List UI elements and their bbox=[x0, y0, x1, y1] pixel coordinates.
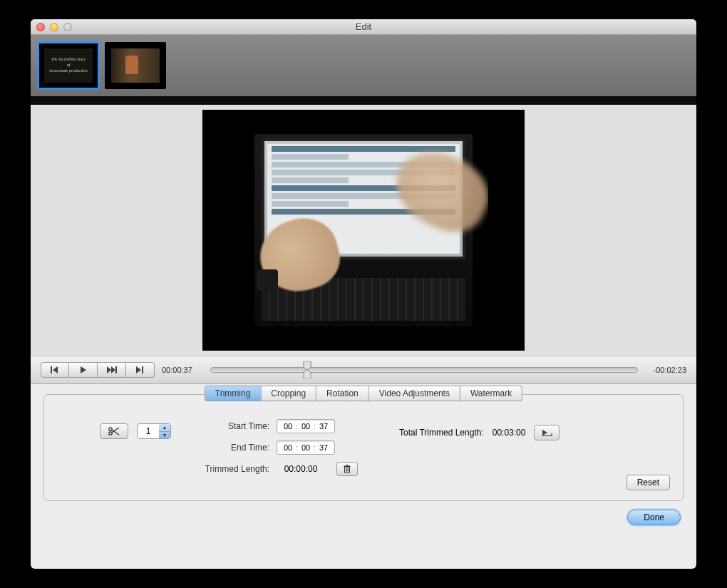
clip-thumbnail-1[interactable]: The incredible storyofhomemade productio… bbox=[38, 42, 99, 89]
window-title: Edit bbox=[31, 21, 696, 32]
zoom-button[interactable] bbox=[63, 23, 72, 31]
tab-panel: Trimming Cropping Rotation Video Adjustm… bbox=[43, 394, 684, 501]
tab-cropping[interactable]: Cropping bbox=[261, 386, 316, 401]
timeline-slider[interactable] bbox=[210, 367, 638, 373]
play-trimmed-button[interactable] bbox=[534, 425, 560, 440]
trimming-content: 1 ▲ ▼ Start Time: 00: 00: 37 bbox=[57, 408, 670, 476]
svg-rect-5 bbox=[115, 366, 117, 373]
trim-segment-controls: 1 ▲ ▼ bbox=[100, 423, 171, 439]
end-time-input[interactable]: 00: 00: 37 bbox=[277, 440, 335, 455]
scissors-icon bbox=[108, 427, 120, 435]
svg-marker-4 bbox=[111, 366, 115, 373]
current-time: 00:00:37 bbox=[162, 366, 203, 374]
tabs-row: Trimming Cropping Rotation Video Adjustm… bbox=[205, 386, 522, 401]
svg-marker-1 bbox=[53, 366, 58, 373]
next-clip-button[interactable] bbox=[126, 362, 155, 378]
tab-watermark[interactable]: Watermark bbox=[460, 386, 522, 401]
clip-thumbnail-2[interactable] bbox=[105, 42, 166, 89]
edit-window: Edit The incredible storyofhomemade prod… bbox=[31, 19, 696, 569]
tab-rotation[interactable]: Rotation bbox=[316, 386, 369, 401]
segment-stepper[interactable]: 1 ▲ ▼ bbox=[137, 423, 171, 439]
svg-marker-2 bbox=[81, 366, 86, 373]
trimmed-length-value: 00:00:00 bbox=[277, 464, 325, 474]
edit-tabs-container: Trimming Cropping Rotation Video Adjustm… bbox=[31, 384, 696, 504]
play-range-icon bbox=[541, 429, 552, 436]
separator bbox=[31, 96, 696, 105]
svg-rect-0 bbox=[51, 366, 52, 373]
trimmed-length-label: Trimmed Length: bbox=[191, 464, 269, 474]
svg-rect-16 bbox=[346, 465, 349, 466]
svg-marker-6 bbox=[136, 366, 141, 373]
trim-total-row: Total Trimmed Length: 00:03:00 bbox=[399, 425, 560, 440]
video-preview-area bbox=[31, 105, 696, 356]
start-time-input[interactable]: 00: 00: 37 bbox=[277, 419, 335, 433]
playback-controls: 00:00:37 -00:02:23 bbox=[31, 356, 696, 384]
minimize-button[interactable] bbox=[50, 23, 58, 31]
reset-button[interactable]: Reset bbox=[627, 475, 670, 490]
titlebar[interactable]: Edit bbox=[31, 19, 696, 35]
tab-trimming[interactable]: Trimming bbox=[205, 386, 262, 401]
end-time-label: End Time: bbox=[191, 443, 269, 453]
close-button[interactable] bbox=[36, 23, 45, 31]
delete-segment-button[interactable] bbox=[336, 462, 358, 476]
stepper-up[interactable]: ▲ bbox=[159, 424, 170, 432]
play-button[interactable] bbox=[69, 362, 98, 378]
clip-thumbnail-bar: The incredible storyofhomemade productio… bbox=[31, 35, 696, 96]
cut-button[interactable] bbox=[100, 423, 128, 439]
total-trimmed-value: 00:03:00 bbox=[493, 428, 526, 438]
svg-rect-15 bbox=[344, 466, 351, 468]
tab-video-adjustments[interactable]: Video Adjustments bbox=[369, 386, 460, 401]
start-time-label: Start Time: bbox=[191, 421, 269, 431]
svg-marker-3 bbox=[107, 366, 111, 373]
remaining-time: -00:02:23 bbox=[645, 366, 686, 374]
stepper-down[interactable]: ▼ bbox=[159, 432, 170, 439]
segment-value: 1 bbox=[138, 426, 159, 436]
next-frame-button[interactable] bbox=[98, 362, 126, 378]
footer: Done bbox=[31, 504, 696, 535]
prev-clip-button[interactable] bbox=[41, 362, 69, 378]
svg-marker-20 bbox=[542, 430, 547, 435]
transport-buttons bbox=[41, 362, 155, 378]
video-frame[interactable] bbox=[202, 110, 525, 351]
svg-rect-7 bbox=[142, 366, 143, 373]
trim-time-fields: Start Time: 00: 00: 37 End Time: 00: 00:… bbox=[191, 419, 358, 476]
svg-marker-9 bbox=[304, 369, 311, 378]
trim-marker-icon[interactable] bbox=[301, 361, 314, 378]
done-button[interactable]: Done bbox=[627, 510, 681, 525]
trash-icon bbox=[343, 465, 351, 473]
total-trimmed-label: Total Trimmed Length: bbox=[399, 428, 484, 438]
traffic-lights bbox=[36, 23, 72, 31]
